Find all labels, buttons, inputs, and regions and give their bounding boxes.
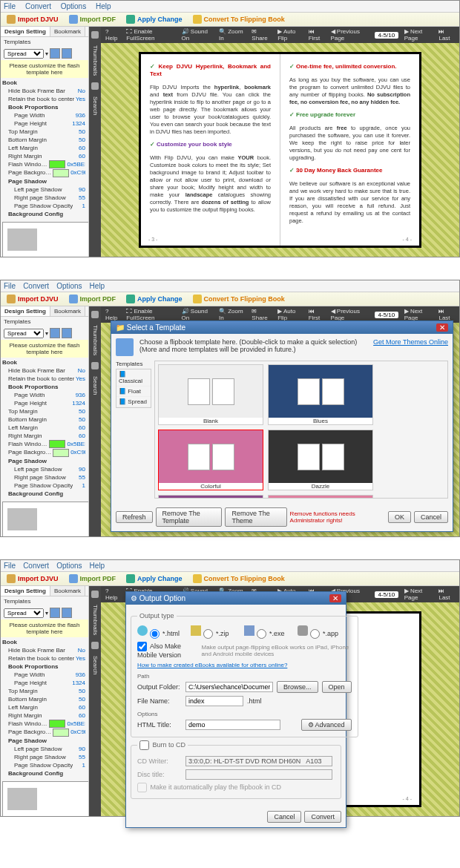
template-icon-1[interactable] [50,48,60,59]
import-djvu-button[interactable]: Import DJVU [7,15,59,24]
page-number-field[interactable]: 4-5/10 [375,32,398,39]
next-page-button[interactable]: ▶ Next Page [404,28,433,42]
properties-panel: Book Hide Book Frame BarNo Retain the bo… [1,78,88,220]
book-view: ✓Keep DJVU Hyperlink, Bookmark and Text … [101,43,459,257]
ok-button[interactable]: OK [388,511,411,523]
tab-search[interactable]: Search [92,94,99,117]
dialog-title: ⚙ Output Option [131,594,185,602]
get-more-themes-link[interactable]: Get More Themes Online [373,338,448,356]
tab-design-setting[interactable]: Design Setting [1,27,50,36]
convert-button[interactable]: Convert [304,811,341,823]
sidebar: Design Setting Bookmark Templates Spread… [1,27,89,257]
prev-page-button[interactable]: ◀ Previous Page [331,28,369,42]
template-select[interactable]: Spread [4,49,44,59]
dialog-title: 📁 Select a Template [116,323,185,332]
last-page-button[interactable]: ⏭ Last [438,28,455,42]
template-float[interactable]: 📘 Float [116,387,151,397]
fullscreen-button[interactable]: ⛶ Enable FullScreen [126,28,175,42]
output-option-dialog: ⚙ Output Option✕ Output type *.html *.zi… [125,591,346,828]
apply-change-button[interactable]: Apply Change [126,15,183,24]
sound-button[interactable]: 🔊 Sound On [182,28,213,42]
thumbnails-icon[interactable] [91,31,99,39]
template-classical[interactable]: 📘 Classical [116,369,151,387]
convert-button[interactable]: Convert To Flipping Book [193,15,285,24]
zoom-button[interactable]: 🔍 Zoom In [219,28,246,42]
tab-bookmark[interactable]: Bookmark [50,27,85,36]
burn-group: Burn to CD CD Writer: Disc title: Make i… [131,740,341,799]
output-folder-field[interactable] [185,682,273,692]
template-item-flowred[interactable]: Flow-red [268,495,373,499]
radio-app[interactable]: *.app [298,625,342,639]
cd-writer-field [185,756,332,766]
open-button[interactable]: Open [322,681,352,693]
menu-file[interactable]: File [4,2,16,10]
admin-warning: Remove functions needs Administrator rig… [290,510,385,524]
menu-options[interactable]: Options [61,2,86,10]
vertical-tabs: Thumbnails Search [89,27,101,257]
output-group: Output type *.html *.zip *.exe *.app Als… [131,612,358,737]
customize-link[interactable]: Please customize the flash template here [1,60,88,78]
template-item-dazzle[interactable]: Dazzle [268,430,373,490]
remove-template-button[interactable]: Remove The Template [156,507,223,527]
template-item-blank[interactable]: Blank [158,364,263,425]
browse-button[interactable]: Browse... [277,681,318,693]
filename-field[interactable] [185,696,243,706]
howto-link[interactable]: How to make created eBooks available for… [137,662,287,668]
burn-checkbox[interactable]: Burn to CD [139,741,185,749]
help-button[interactable]: ? Help [105,28,120,42]
template-icon [116,338,134,356]
close-icon[interactable]: ✕ [436,323,448,332]
refresh-button[interactable]: Refresh [116,511,153,523]
cancel-button[interactable]: Cancel [414,511,448,523]
remove-theme-button[interactable]: Remove The Theme [225,507,286,527]
cancel-button[interactable]: Cancel [267,811,301,823]
radio-zip[interactable]: *.zip [191,625,235,639]
template-item-florid[interactable]: Florid [158,495,263,499]
toolbar: Import DJVU Import PDF Apply Change Conv… [1,13,459,27]
autoflip-button[interactable]: ▶ Auto Flip [277,28,302,42]
menubar: File Convert Options Help [1,1,459,13]
template-type-list: 📘 Classical 📘 Float 📘 Spread [116,369,151,408]
share-button[interactable]: ✉ Share [252,28,272,42]
tab-thumbnails[interactable]: Thumbnails [92,43,99,78]
radio-exe[interactable]: *.exe [244,625,289,639]
chevron-down-icon[interactable]: ▾ [45,50,48,57]
select-template-dialog: 📁 Select a Template✕ Choose a flipbook t… [111,320,453,532]
page-left: ✓Keep DJVU Hyperlink, Bookmark and Text … [141,54,280,246]
menu-convert[interactable]: Convert [25,2,51,10]
radio-html[interactable]: *.html [137,625,182,639]
mobile-checkbox[interactable]: Also Make Mobile Version [137,642,198,659]
advanced-button[interactable]: ⚙ Advanced [301,719,352,731]
page-right: ✓One-time fee, unlimited conversion. As … [280,54,419,246]
template-item-blues[interactable]: Blues [268,364,373,425]
first-page-button[interactable]: ⏮ First [309,28,325,42]
template-icon-2[interactable] [62,48,72,59]
close-icon[interactable]: ✕ [329,594,341,602]
viewer-toolbar: ? Help ⛶ Enable FullScreen 🔊 Sound On 🔍 … [101,27,459,43]
menu-help[interactable]: Help [96,2,111,10]
disc-title-field [185,769,332,780]
autoplay-checkbox: Make it automatically play the flipbook … [137,783,281,792]
search-icon[interactable] [91,82,99,90]
template-item-colorful[interactable]: Colorful [158,430,263,490]
template-grid: Blank Blues Colorful Dazzle Florid Flow-… [154,361,448,499]
templates-label: Templates [1,37,88,47]
output-type-row: *.html *.zip *.exe *.app [137,624,352,640]
import-pdf-button[interactable]: Import PDF [69,15,116,24]
html-title-field[interactable] [185,720,280,730]
preview-box [2,222,89,257]
template-spread[interactable]: 📘 Spread [116,397,151,407]
